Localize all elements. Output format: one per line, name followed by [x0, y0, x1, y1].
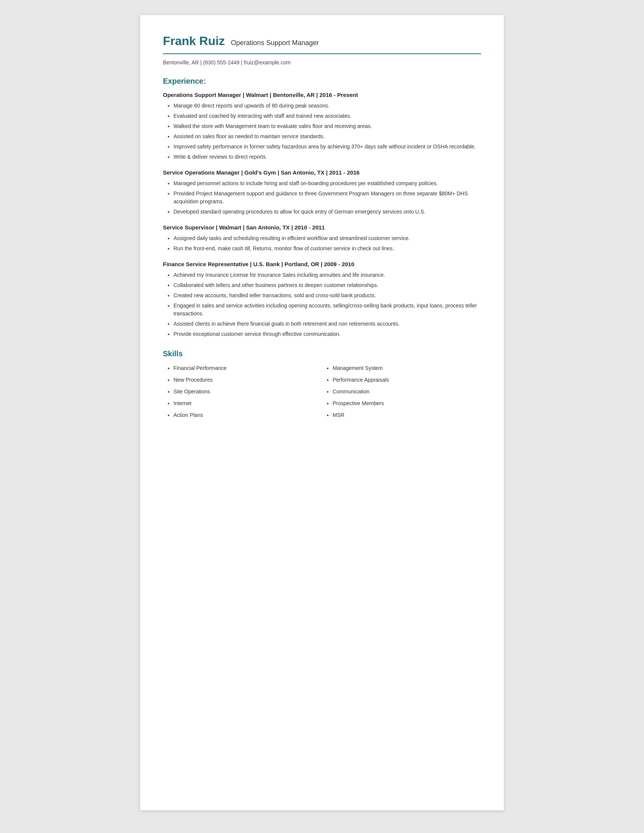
resume-container: Frank Ruiz Operations Support Manager Be…: [140, 15, 504, 810]
list-item: Improved safety performance in former sa…: [174, 143, 481, 151]
candidate-title: Operations Support Manager: [231, 39, 319, 47]
contact-info: Bentonville, AR | (830) 555-2449 | fruiz…: [163, 60, 481, 66]
header-section: Frank Ruiz Operations Support Manager Be…: [163, 34, 481, 66]
job-bullets-4: Achieved my Insurance License for Insura…: [163, 271, 481, 338]
job-heading-1: Operations Support Manager | Walmart | B…: [163, 92, 481, 98]
list-item: Assisted on sales floor as needed to mai…: [174, 132, 481, 140]
list-item: Management System: [333, 364, 481, 372]
job-heading-4: Finance Service Representative | U.S. Ba…: [163, 261, 481, 267]
list-item: Managed personnel actions to include hir…: [174, 180, 481, 187]
list-item: Created new accounts, handled teller tra…: [174, 291, 481, 299]
experience-section: Experience: Operations Support Manager |…: [163, 77, 481, 338]
job-heading-3: Service Supervisor | Walmart | San Anton…: [163, 224, 481, 231]
skills-list-left: Financial Performance New Procedures Sit…: [163, 364, 322, 419]
skills-col-right: Management System Performance Appraisals…: [322, 364, 481, 423]
job-block-2: Service Operations Manager | Gold's Gym …: [163, 169, 481, 216]
job-block-4: Finance Service Representative | U.S. Ba…: [163, 261, 481, 338]
header-divider: [163, 53, 481, 54]
candidate-name: Frank Ruiz: [163, 34, 225, 48]
list-item: Provided Project Management support and …: [174, 190, 481, 206]
skills-section: Skills Financial Performance New Procedu…: [163, 349, 481, 423]
list-item: Internet: [174, 399, 322, 407]
list-item: Financial Performance: [174, 364, 322, 372]
list-item: Prospective Members: [333, 399, 481, 407]
list-item: Collaborated with tellers and other busi…: [174, 281, 481, 289]
skills-col-left: Financial Performance New Procedures Sit…: [163, 364, 322, 423]
list-item: Walked the store with Management team to…: [174, 122, 481, 130]
list-item: Communication: [333, 388, 481, 396]
list-item: New Procedures: [174, 376, 322, 384]
experience-title: Experience:: [163, 77, 481, 85]
list-item: Write & deliver reviews to direct report…: [174, 153, 481, 161]
list-item: Action Plans: [174, 411, 322, 419]
job-block-3: Service Supervisor | Walmart | San Anton…: [163, 224, 481, 252]
skills-list-right: Management System Performance Appraisals…: [322, 364, 481, 419]
job-heading-2: Service Operations Manager | Gold's Gym …: [163, 169, 481, 176]
list-item: Engaged in sales and service activities …: [174, 302, 481, 318]
list-item: Manage 60 direct reports and upwards of …: [174, 102, 481, 110]
list-item: Assigned daily tasks and scheduling resu…: [174, 234, 481, 242]
list-item: Provide exceptional customer service thr…: [174, 330, 481, 338]
list-item: Achieved my Insurance License for Insura…: [174, 271, 481, 279]
skills-title: Skills: [163, 349, 481, 358]
list-item: Developed standard operating procedures …: [174, 208, 481, 216]
list-item: Performance Appraisals: [333, 376, 481, 384]
job-block-1: Operations Support Manager | Walmart | B…: [163, 92, 481, 161]
job-bullets-2: Managed personnel actions to include hir…: [163, 180, 481, 216]
list-item: Site Operations: [174, 388, 322, 396]
skills-columns: Financial Performance New Procedures Sit…: [163, 364, 481, 423]
list-item: Assisted clients in achieve there financ…: [174, 320, 481, 328]
job-bullets-1: Manage 60 direct reports and upwards of …: [163, 102, 481, 161]
name-title-row: Frank Ruiz Operations Support Manager: [163, 34, 481, 48]
job-bullets-3: Assigned daily tasks and scheduling resu…: [163, 234, 481, 252]
list-item: Run the front-end, make cash till, Retur…: [174, 244, 481, 252]
list-item: MSR: [333, 411, 481, 419]
list-item: Evaluated and coached by interacting wit…: [174, 112, 481, 120]
